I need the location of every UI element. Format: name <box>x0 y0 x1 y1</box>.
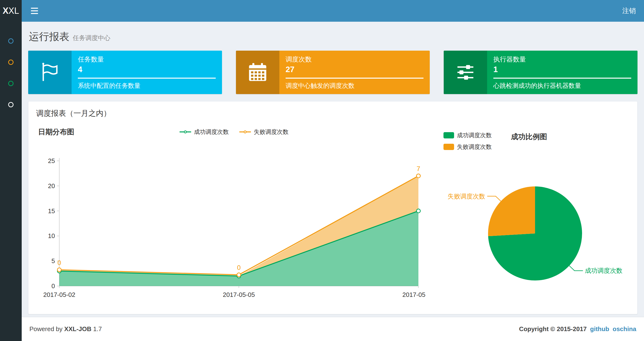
calendar-icon <box>236 51 279 94</box>
svg-text:2017-05-05: 2017-05-05 <box>223 291 255 298</box>
circle-icon <box>8 102 14 107</box>
sidebar-item-1[interactable] <box>0 30 22 52</box>
report-panel: 调度报表（一月之内） 日期分布图 成功调度次数 <box>28 101 638 314</box>
svg-text:15: 15 <box>48 207 55 215</box>
sidebar-item-3[interactable] <box>0 73 22 94</box>
line-legend-marker <box>239 130 251 134</box>
info-box-number: 27 <box>286 65 424 74</box>
sidebar-item-4[interactable] <box>0 94 22 115</box>
legend-swatch <box>444 132 454 138</box>
footer-copyright: Copyright © 2015-2017 github oschina <box>519 325 636 333</box>
page-header: 运行报表任务调度中心 <box>22 22 644 51</box>
page-subtitle: 任务调度中心 <box>73 34 110 42</box>
legend-item-fail[interactable]: 失败调度次数 <box>444 143 492 151</box>
legend-label: 失败调度次数 <box>254 128 288 136</box>
product-name: XXL-JOB <box>64 325 92 332</box>
svg-text:7: 7 <box>416 165 420 172</box>
sidebar-menu <box>0 22 22 115</box>
info-box-content: 任务数量 4 系统中配置的任务数量 <box>72 51 222 94</box>
svg-text:成功调度次数: 成功调度次数 <box>585 267 622 274</box>
svg-text:0: 0 <box>237 264 240 271</box>
product-version: 1.7 <box>93 325 102 332</box>
progress-bar <box>493 78 631 79</box>
info-box-executors: 执行器数量 1 心跳检测成功的执行器机器数量 <box>444 51 638 94</box>
info-box-triggers: 调度次数 27 调度中心触发的调度次数 <box>236 51 430 94</box>
summary-boxes-row: 任务数量 4 系统中配置的任务数量 <box>22 51 644 94</box>
pie-chart-title: 成功比例图 <box>511 132 547 142</box>
legend-item-success[interactable]: 成功调度次数 <box>444 131 492 139</box>
legend-swatch <box>444 144 454 150</box>
info-box-content: 调度次数 27 调度中心触发的调度次数 <box>279 51 430 94</box>
panel-title: 调度报表（一月之内） <box>28 102 637 120</box>
info-box-title: 任务数量 <box>78 55 216 64</box>
legend-label: 失败调度次数 <box>457 143 492 151</box>
sidebar <box>0 22 22 341</box>
info-box-title: 调度次数 <box>286 55 424 64</box>
pie-chart-legend: 成功调度次数 失败调度次数 <box>444 131 492 155</box>
svg-text:0: 0 <box>52 282 55 290</box>
app-logo-rest: XL <box>8 6 19 16</box>
navbar-main: 注销 <box>22 0 644 22</box>
oschina-link[interactable]: oschina <box>613 325 636 333</box>
legend-label: 成功调度次数 <box>194 128 229 136</box>
line-chart-title: 日期分布图 <box>38 127 74 137</box>
success-ratio-section: 成功调度次数 失败调度次数 成功比例图 成功调度次数失败调度次数 <box>441 122 624 308</box>
info-box-tasks: 任务数量 4 系统中配置的任务数量 <box>28 51 222 94</box>
legend-item-success[interactable]: 成功调度次数 <box>180 128 229 136</box>
app-logo[interactable]: XXL <box>0 0 22 22</box>
top-navbar: XXL 注销 <box>0 0 644 22</box>
circle-icon <box>8 38 14 44</box>
svg-text:2017-05-08: 2017-05-08 <box>402 291 426 298</box>
hamburger-bar <box>31 13 38 14</box>
info-box-description: 心跳检测成功的执行器机器数量 <box>493 82 631 90</box>
svg-text:25: 25 <box>48 157 55 164</box>
svg-text:5: 5 <box>52 257 55 264</box>
date-distribution-chart: 05101520252017-05-022017-05-052017-05-08… <box>35 139 426 302</box>
svg-text:失败调度次数: 失败调度次数 <box>448 193 485 200</box>
sidebar-toggle-icon[interactable] <box>28 5 41 17</box>
progress-bar-fill <box>493 78 631 79</box>
legend-label: 成功调度次数 <box>457 131 492 139</box>
line-chart-legend: 成功调度次数 失败调度次数 <box>180 128 288 136</box>
chart-header: 日期分布图 成功调度次数 <box>35 125 433 139</box>
circle-icon <box>8 60 14 65</box>
sidebar-item-2[interactable] <box>0 52 22 73</box>
copyright-text: Copyright © 2015-2017 <box>519 325 587 333</box>
info-box-content: 执行器数量 1 心跳检测成功的执行器机器数量 <box>487 51 638 94</box>
app-logo-bold: X <box>3 6 8 16</box>
progress-bar <box>286 78 424 79</box>
sliders-icon <box>444 51 487 94</box>
svg-text:0: 0 <box>57 259 61 266</box>
date-distribution-section: 日期分布图 成功调度次数 <box>35 122 433 308</box>
page-title: 运行报表 <box>29 31 70 42</box>
info-box-description: 系统中配置的任务数量 <box>78 82 216 90</box>
progress-bar <box>78 78 216 79</box>
svg-text:10: 10 <box>48 232 55 239</box>
footer-powered-by: Powered by XXL-JOB 1.7 <box>30 325 102 333</box>
info-box-number: 1 <box>493 65 631 74</box>
info-box-number: 4 <box>78 65 216 74</box>
panel-body: 日期分布图 成功调度次数 <box>28 120 637 311</box>
circle-icon <box>8 81 14 86</box>
info-box-title: 执行器数量 <box>493 55 631 64</box>
svg-text:20: 20 <box>48 182 55 190</box>
logout-link[interactable]: 注销 <box>622 6 636 16</box>
flag-icon <box>28 51 72 94</box>
legend-item-fail[interactable]: 失败调度次数 <box>239 128 288 136</box>
svg-text:2017-05-02: 2017-05-02 <box>44 291 76 298</box>
powered-prefix: Powered by <box>30 325 62 332</box>
hamburger-bar <box>31 10 38 11</box>
success-ratio-pie-chart: 成功调度次数失败调度次数 <box>441 154 624 308</box>
github-link[interactable]: github <box>590 325 609 333</box>
progress-bar-fill <box>286 78 424 79</box>
content-area: 运行报表任务调度中心 任务数量 4 系统中配置的任务数量 <box>22 22 644 317</box>
progress-bar-fill <box>78 78 216 79</box>
footer: Powered by XXL-JOB 1.7 Copyright © 2015-… <box>22 317 644 341</box>
hamburger-bar <box>31 8 38 9</box>
line-legend-marker <box>180 130 191 134</box>
info-box-description: 调度中心触发的调度次数 <box>286 82 424 90</box>
